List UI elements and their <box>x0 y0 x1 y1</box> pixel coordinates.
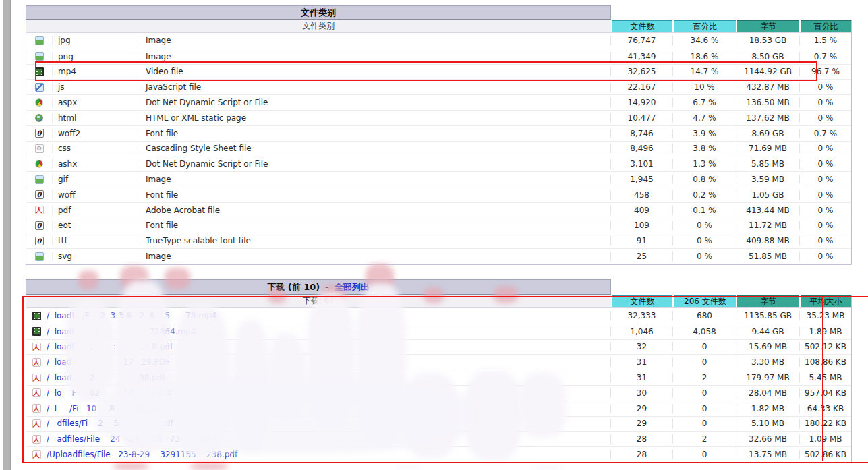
download-files-count: 32 <box>610 342 672 351</box>
bytes-value: 137.62 MB <box>736 113 799 123</box>
download-files-count: 29 <box>610 404 672 413</box>
download-url-link[interactable]: / load 2 - 98.pdf <box>47 373 610 382</box>
bytes-value: 432.87 MB <box>736 82 799 92</box>
blur-redaction-tint <box>113 463 148 470</box>
table-row: / dfiles/Fi 2 5/ 0 .pdf2905.10 MB180.22 … <box>26 416 851 432</box>
files-percent: 10 % <box>672 82 736 92</box>
table-row: ttfTrueType scalable font file910 %409.8… <box>26 233 851 248</box>
table-row: jsJavaScript file22,16710 %432.87 MB0 % <box>26 79 851 94</box>
bytes-value: 8.69 GB <box>736 129 799 138</box>
file-ext: woff <box>52 190 140 200</box>
pdf-file-icon <box>35 206 44 214</box>
downloads-title-bar: 下载 (前 10) - 全部列出 <box>26 279 611 295</box>
file-types-subheader-row: 文件类别 文件数 百分比 字节 百分比 <box>26 20 851 33</box>
download-files-count: 28 <box>610 434 672 444</box>
download-bytes: 3.30 MB <box>736 357 799 367</box>
font-file-icon <box>35 237 44 245</box>
files-percent: 4.7 % <box>672 113 736 123</box>
download-files-count: 31 <box>610 357 672 367</box>
file-ext: html <box>52 113 140 123</box>
pdf-file-icon <box>32 374 41 382</box>
files-percent: 0 % <box>672 221 736 230</box>
bytes-value: 1.05 GB <box>736 190 799 200</box>
bytes-percent: 0 % <box>799 190 851 200</box>
download-url-link[interactable]: / load 17 29.PDF <box>47 357 610 367</box>
column-header-206-files: 206 文件数 <box>674 295 736 307</box>
files-percent: 6.7 % <box>672 98 736 107</box>
pdf-file-icon <box>32 419 41 428</box>
javascript-file-icon <box>35 83 44 92</box>
bytes-value: 3.59 MB <box>736 175 799 184</box>
bytes-value: 136.50 MB <box>736 98 799 107</box>
file-ext: mp4 <box>52 67 140 76</box>
bytes-percent: 1.5 % <box>799 36 851 45</box>
file-ext: aspx <box>52 98 140 107</box>
download-url-link[interactable]: / l /Fi 10 8 11.pdf <box>47 404 610 413</box>
bytes-value: 413.44 MB <box>736 206 799 215</box>
file-ext: png <box>52 52 140 61</box>
download-206-count: 680 <box>672 311 736 320</box>
file-ext: woff2 <box>52 129 140 138</box>
download-files-count: 29 <box>610 419 672 428</box>
download-bytes: 179.97 MB <box>736 373 799 382</box>
bytes-percent: 0 % <box>799 175 851 184</box>
table-row: / lo F 02 18 66.pdf30028.04 MB957.04 KB <box>26 385 851 401</box>
pdf-file-icon <box>32 358 41 367</box>
download-files-count: 31 <box>610 373 672 382</box>
file-type-desc: Adobe Acrobat file <box>140 206 610 215</box>
download-bytes: 5.10 MB <box>736 419 799 428</box>
table-row: pngImage41,34918.6 %8.50 GB0.7 % <box>26 49 851 64</box>
files-count: 32,625 <box>610 67 672 76</box>
left-scrollbar-strip[interactable] <box>3 0 11 470</box>
table-row: gifImage1,9450.8 %3.59 MB0 % <box>26 171 851 187</box>
bytes-percent: 0 % <box>799 206 851 215</box>
download-url-link[interactable]: / dfiles/Fi 2 5/ 0 .pdf <box>47 419 610 428</box>
download-url-link[interactable]: / adfiles/File 24 -24, 24 73 25.pdf <box>47 434 610 444</box>
file-ext: css <box>52 144 140 153</box>
pdf-file-icon <box>32 343 41 351</box>
download-url-link[interactable]: / lo F 02 18 66.pdf <box>47 388 610 398</box>
column-header-files: 文件数 <box>612 295 673 307</box>
file-type-desc: HTML or XML static page <box>140 113 610 123</box>
download-url-link[interactable]: /Uploadfiles/File 23-8-29 3291155 238.pd… <box>47 450 610 459</box>
download-206-count: 4,058 <box>672 327 736 336</box>
pdf-file-icon <box>32 388 41 397</box>
image-file-icon <box>35 52 44 61</box>
bytes-percent: 0 % <box>799 113 851 123</box>
bytes-value: 18.53 GB <box>736 36 799 45</box>
download-bytes: 1135.85 GB <box>736 311 799 320</box>
list-all-link[interactable]: 全部列出 <box>335 281 370 293</box>
file-type-desc: Image <box>140 252 610 261</box>
download-avg-size: 64.33 KB <box>799 404 851 413</box>
file-type-desc: Font file <box>140 190 610 200</box>
file-type-desc: Image <box>140 175 610 184</box>
file-ext: gif <box>52 175 140 184</box>
bytes-percent: 0.7 % <box>799 129 851 138</box>
file-type-desc: Font file <box>140 129 610 138</box>
download-bytes: 9.44 GB <box>736 327 799 336</box>
table-row: / l /Fi 10 8 11.pdf2901.82 MB64.33 KB <box>26 401 851 416</box>
download-url-link[interactable]: / loadf , : . 8.pdf <box>47 342 610 351</box>
download-206-count: 0 <box>672 404 736 413</box>
file-type-desc: Cascading Style Sheet file <box>140 144 610 153</box>
download-url-link[interactable]: / loadf : 72864.mp4 <box>47 327 610 336</box>
bytes-percent: 0 % <box>799 82 851 92</box>
table-row: / loadf /F 2 3-3-6 2 6 5 78.mp432,333680… <box>26 308 851 324</box>
files-count: 409 <box>610 206 672 215</box>
bytes-percent: 0 % <box>799 98 851 107</box>
downloads-subheader: 下载: 62 <box>26 295 611 307</box>
html-page-icon <box>35 114 43 122</box>
download-206-count: 0 <box>672 342 736 351</box>
table-row: jpgImage76,74734.6 %18.53 GB1.5 % <box>26 33 851 49</box>
bytes-percent: 0 % <box>799 221 851 230</box>
download-url-link[interactable]: / loadf /F 2 3-3-6 2 6 5 78.mp4 <box>47 311 610 320</box>
table-row: cssCascading Style Sheet file8,4963.8 %7… <box>26 141 851 156</box>
download-files-count: 1,046 <box>610 327 672 336</box>
files-count: 8,746 <box>610 129 672 138</box>
files-percent: 0 % <box>672 236 736 245</box>
files-count: 91 <box>610 236 672 245</box>
files-count: 14,920 <box>610 98 672 107</box>
table-row: woffFont file4580.2 %1.05 GB0 % <box>26 187 851 202</box>
table-row: svgImage250 %51.85 MB0 % <box>26 248 851 264</box>
title-separator: - <box>325 282 328 292</box>
